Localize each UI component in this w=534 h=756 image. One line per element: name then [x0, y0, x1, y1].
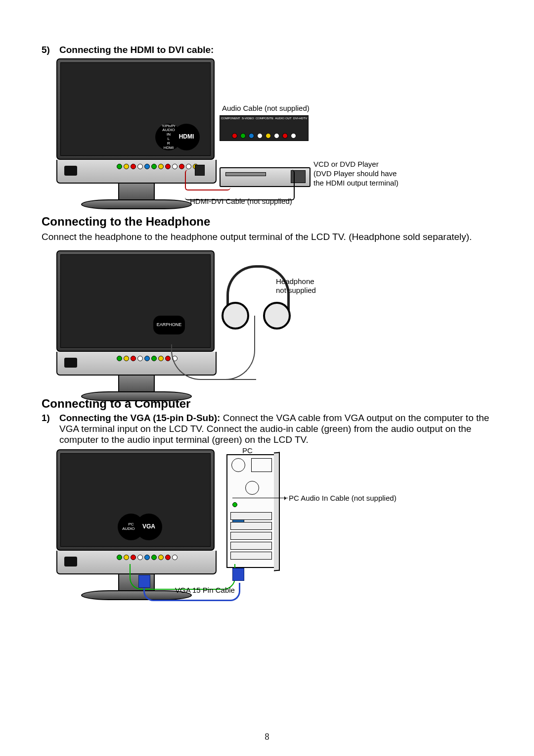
page-number: 8 — [0, 732, 534, 742]
caption-dvd-player: VCD or DVD Player (DVD Player should hav… — [313, 160, 399, 188]
headphone-title: Connecting to the Headphone — [42, 215, 495, 229]
panel-label-audioout: AUDIO OUT — [275, 117, 291, 120]
panel-label-component: COMPONENT — [221, 117, 240, 120]
caption-pc: PC — [242, 446, 253, 455]
caption-headphone: Headphone not supplied — [276, 277, 316, 296]
caption-vga-cable: VGA 15 Pin Cable — [175, 586, 235, 594]
figure-headphone: EARPHONE Headphone not supplied — [56, 250, 393, 389]
hdmi-wire — [185, 170, 295, 200]
audio-leader-line — [232, 498, 288, 498]
computer-item-1: 1) Connecting the VGA (15-pin D-Sub): Co… — [42, 413, 495, 445]
pc-tower-illustration — [226, 454, 276, 568]
computer-item-lead: Connecting the VGA (15-pin D-Sub): — [59, 413, 220, 423]
headphone-body: Connect the headphone to the headphone o… — [42, 231, 495, 243]
vga-plug-icon — [232, 568, 244, 581]
figure-computer: PC AUDIO IN VGA PC PC Audio In Cable (no… — [56, 449, 496, 603]
section5-number: 5) — [42, 45, 52, 55]
panel-label-svideo: S-VIDEO — [242, 117, 254, 120]
hdmi-port-bubble: HDMI — [173, 124, 200, 150]
manual-page: 5) Connecting the HDMI to DVI cable: Y/P… — [0, 0, 534, 756]
computer-item-number: 1) — [42, 413, 52, 445]
panel-label-composite: COMPOSITE — [256, 117, 273, 120]
panel-label-dvihdtv: DVI-HDTV — [293, 117, 307, 120]
caption-audio-cable: Audio Cable (not supplied) — [222, 104, 310, 112]
rear-panel-closeup: COMPONENT S-VIDEO COMPOSITE AUDIO OUT DV… — [220, 115, 309, 141]
earphone-port-bubble: EARPHONE — [153, 316, 185, 334]
caption-hdmi-cable: HDMI-DVI Cable (not supplied) — [190, 197, 292, 205]
vga-port-bubble: VGA — [135, 514, 162, 540]
figure-hdmi-dvi: Y/Pb/Pr AUDIO IN L R HDMI HDMI Audio Cab… — [56, 58, 496, 207]
section5-title: Connecting the HDMI to DVI cable: — [59, 45, 214, 55]
vga-plug-icon — [138, 575, 150, 588]
caption-pc-audio-cable: PC Audio In Cable (not supplied) — [289, 494, 397, 502]
section5-heading: 5) Connecting the HDMI to DVI cable: — [42, 45, 495, 55]
